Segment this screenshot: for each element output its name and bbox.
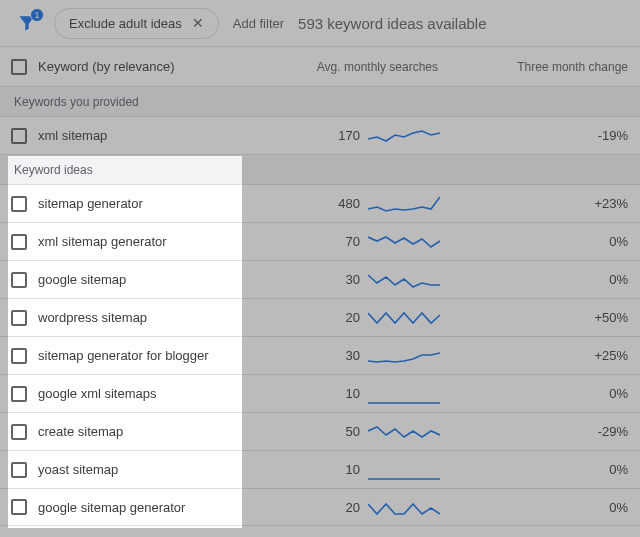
searches-cell: 480 xyxy=(278,196,368,211)
col-change[interactable]: Three month change xyxy=(446,60,640,74)
sparkline xyxy=(368,124,446,148)
row-checkbox[interactable] xyxy=(11,386,27,402)
keyword-cell: google sitemap generator xyxy=(38,500,278,515)
table-row: xml sitemap generator700% xyxy=(0,222,640,260)
table-row: google xml sitemaps100% xyxy=(0,374,640,412)
table-row: wordpress sitemap20+50% xyxy=(0,298,640,336)
keyword-cell: google xml sitemaps xyxy=(38,386,278,401)
col-keyword[interactable]: Keyword (by relevance) xyxy=(38,59,278,74)
row-checkbox[interactable] xyxy=(11,128,27,144)
change-cell: +23% xyxy=(446,196,640,211)
row-checkbox[interactable] xyxy=(11,424,27,440)
searches-cell: 70 xyxy=(278,234,368,249)
table-row: xml sitemap 170 -19% xyxy=(0,116,640,154)
keyword-cell: sitemap generator xyxy=(38,196,278,211)
change-cell: -29% xyxy=(446,424,640,439)
row-checkbox[interactable] xyxy=(11,272,27,288)
change-cell: 0% xyxy=(446,462,640,477)
sparkline xyxy=(368,382,446,406)
filter-count-badge: 1 xyxy=(30,8,44,22)
searches-cell: 10 xyxy=(278,386,368,401)
row-checkbox[interactable] xyxy=(11,348,27,364)
row-checkbox[interactable] xyxy=(11,310,27,326)
filter-bar: 1 Exclude adult ideas ✕ Add filter 593 k… xyxy=(0,0,640,46)
sparkline xyxy=(368,458,446,482)
table-row: google sitemap generator200% xyxy=(0,488,640,526)
searches-cell: 170 xyxy=(278,128,368,143)
filter-funnel-icon[interactable]: 1 xyxy=(14,10,40,36)
select-all-checkbox[interactable] xyxy=(11,59,27,75)
change-cell: 0% xyxy=(446,500,640,515)
section-ideas: Keyword ideas xyxy=(0,154,640,184)
keyword-cell: google sitemap xyxy=(38,272,278,287)
keyword-cell: xml sitemap generator xyxy=(38,234,278,249)
change-cell: -19% xyxy=(446,128,640,143)
searches-cell: 20 xyxy=(278,310,368,325)
close-icon[interactable]: ✕ xyxy=(192,16,204,30)
ideas-available-text: 593 keyword ideas available xyxy=(298,15,486,32)
table-row: sitemap generator for blogger30+25% xyxy=(0,336,640,374)
filter-chip-label: Exclude adult ideas xyxy=(69,16,182,31)
sparkline xyxy=(368,268,446,292)
table-row: create sitemap50-29% xyxy=(0,412,640,450)
filter-chip-exclude-adult[interactable]: Exclude adult ideas ✕ xyxy=(54,8,219,39)
table-row: yoast sitemap100% xyxy=(0,450,640,488)
col-searches[interactable]: Avg. monthly searches xyxy=(278,60,446,74)
change-cell: 0% xyxy=(446,234,640,249)
sparkline xyxy=(368,306,446,330)
row-checkbox[interactable] xyxy=(11,462,27,478)
row-checkbox[interactable] xyxy=(11,196,27,212)
section-provided: Keywords you provided xyxy=(0,86,640,116)
sparkline xyxy=(368,192,446,216)
change-cell: 0% xyxy=(446,272,640,287)
change-cell: +25% xyxy=(446,348,640,363)
searches-cell: 10 xyxy=(278,462,368,477)
sparkline xyxy=(368,420,446,444)
row-checkbox[interactable] xyxy=(11,234,27,250)
sparkline xyxy=(368,230,446,254)
table-row: sitemap generator480+23% xyxy=(0,184,640,222)
table-row: google sitemap300% xyxy=(0,260,640,298)
searches-cell: 50 xyxy=(278,424,368,439)
searches-cell: 20 xyxy=(278,500,368,515)
change-cell: +50% xyxy=(446,310,640,325)
keyword-cell: create sitemap xyxy=(38,424,278,439)
change-cell: 0% xyxy=(446,386,640,401)
keyword-cell: wordpress sitemap xyxy=(38,310,278,325)
keyword-cell: yoast sitemap xyxy=(38,462,278,477)
sparkline xyxy=(368,344,446,368)
searches-cell: 30 xyxy=(278,272,368,287)
row-checkbox[interactable] xyxy=(11,499,27,515)
table-header-row: Keyword (by relevance) Avg. monthly sear… xyxy=(0,46,640,86)
keyword-cell: sitemap generator for blogger xyxy=(38,348,278,363)
sparkline xyxy=(368,495,446,519)
add-filter-button[interactable]: Add filter xyxy=(233,16,284,31)
searches-cell: 30 xyxy=(278,348,368,363)
keyword-cell: xml sitemap xyxy=(38,128,278,143)
